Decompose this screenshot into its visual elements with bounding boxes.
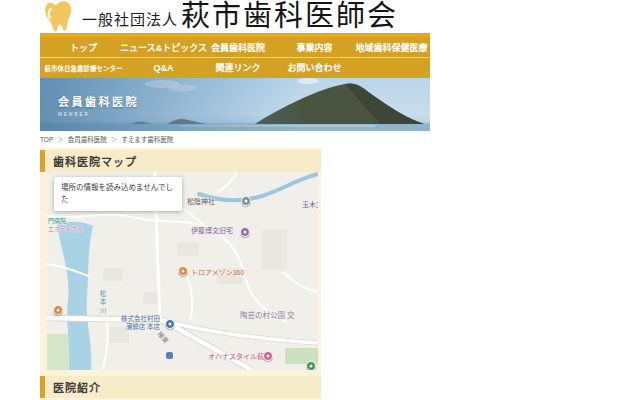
nav-item-member-clinics[interactable]: 会員歯科医院 bbox=[200, 37, 276, 57]
landmark-icon[interactable] bbox=[240, 227, 250, 237]
site-header: 一般社団法人 萩市歯科医師会 bbox=[38, 0, 430, 33]
nav-item-contact[interactable]: お問い合わせ bbox=[276, 58, 353, 77]
nav-item-links[interactable]: 関連リンク bbox=[200, 58, 276, 77]
poi-icon-west[interactable] bbox=[53, 305, 63, 315]
nav-item-empty bbox=[353, 58, 430, 77]
breadcrumb-section[interactable]: 会員歯科医院 bbox=[68, 134, 107, 144]
nav-item-news[interactable]: ニュース&トピックス bbox=[127, 37, 200, 57]
hero-subtitle: MEMBER bbox=[58, 112, 139, 117]
poi-label-trois-maison[interactable]: トロアメゾン360 bbox=[191, 267, 244, 277]
restaurant-icon[interactable] bbox=[178, 266, 188, 276]
tooth-logo-svg bbox=[38, 0, 76, 33]
map-section-heading: 歯科医院マップ bbox=[40, 150, 321, 172]
poi-label-murata[interactable]: 株式会社村田 蒲鉾店 本店 bbox=[102, 315, 160, 331]
map-error-card: 場所の情報を読み込めませんでした bbox=[54, 177, 182, 211]
poi-label-shoin-shrine[interactable]: 松陰神社 bbox=[187, 196, 215, 206]
poi-label-tougei-park[interactable]: 陶芸の村公園 交 bbox=[240, 309, 295, 320]
map-error-message: 場所の情報を読み込めませんでした bbox=[61, 182, 175, 206]
hotel-icon[interactable] bbox=[263, 351, 273, 361]
site-title: 一般社団法人 萩市歯科医師会 bbox=[82, 2, 398, 31]
intro-section-heading: 医院紹介 bbox=[40, 376, 321, 398]
page: 一般社団法人 萩市歯科医師会 トップ ニュース&トピックス 会員歯科医院 事業内… bbox=[0, 0, 640, 400]
org-name-label: 萩市歯科医師会 bbox=[181, 2, 398, 31]
tooth-logo-icon[interactable] bbox=[38, 0, 76, 33]
nav-item-services[interactable]: 事業内容 bbox=[276, 37, 353, 57]
poi-label-murata-line1: 株式会社村田 bbox=[102, 315, 160, 323]
hero-title: 会員歯科医院 bbox=[58, 93, 139, 109]
map-canvas[interactable]: 場所の情報を読み込めませんでした 松陰神社 玉木文之 伊藤博文旧宅 トロアメゾン… bbox=[47, 172, 318, 370]
breadcrumb-separator-2: ＞ bbox=[111, 134, 118, 144]
route-shield-icon bbox=[166, 352, 173, 359]
nav-row-1: トップ ニュース&トピックス 会員歯科医院 事業内容 地域歯科保健医療 bbox=[40, 37, 430, 58]
nav-item-qa[interactable]: Q&A bbox=[127, 58, 200, 77]
park-icon[interactable] bbox=[306, 361, 316, 370]
nav-item-emergency-center[interactable]: 萩市休日急患診療センター bbox=[40, 58, 127, 77]
breadcrumb-home[interactable]: TOP bbox=[40, 136, 53, 143]
org-type-label: 一般社団法人 bbox=[82, 8, 178, 29]
breadcrumb: TOP ＞ 会員歯科医院 ＞ すえます歯科医院 bbox=[40, 134, 173, 144]
content-panel: 歯科医院マップ bbox=[40, 148, 321, 400]
nav-item-community-dental[interactable]: 地域歯科保健医療 bbox=[353, 37, 430, 57]
breadcrumb-current: すえます歯科医院 bbox=[121, 134, 173, 144]
poi-label-tamaki[interactable]: 玉木文之 bbox=[302, 199, 318, 209]
shop-icon[interactable] bbox=[165, 319, 175, 329]
poi-label-medical[interactable]: エミディカル bbox=[48, 224, 84, 233]
poi-label-murata-line2: 蒲鉾店 本店 bbox=[102, 323, 160, 331]
map-river-label: 松本川 bbox=[97, 290, 107, 316]
nav-row-2: 萩市休日急患診療センター Q&A 関連リンク お問い合わせ bbox=[40, 58, 430, 77]
hero-caption: 会員歯科医院 MEMBER bbox=[58, 93, 139, 117]
main-nav: トップ ニュース&トピックス 会員歯科医院 事業内容 地域歯科保健医療 萩市休日… bbox=[40, 37, 430, 78]
breadcrumb-separator: ＞ bbox=[57, 134, 64, 144]
poi-label-ohana-style[interactable]: オハナスタイル萩 bbox=[208, 351, 264, 361]
poi-label-ito-hirobumi[interactable]: 伊藤博文旧宅 bbox=[191, 225, 233, 235]
shrine-icon[interactable] bbox=[241, 196, 251, 206]
nav-item-top[interactable]: トップ bbox=[40, 37, 127, 57]
hero-banner: 会員歯科医院 MEMBER bbox=[40, 78, 430, 131]
